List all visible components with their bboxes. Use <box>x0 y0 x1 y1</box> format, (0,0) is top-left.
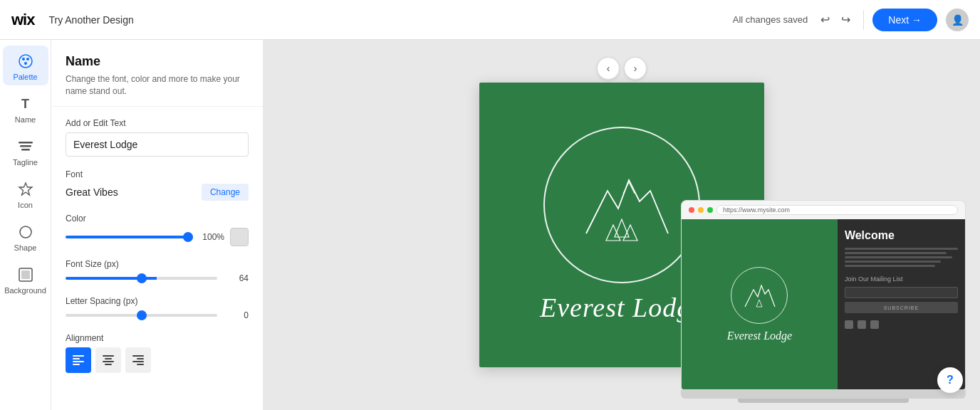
browser-social-email-icon <box>870 320 879 329</box>
panel-header: Name Change the font, color and more to … <box>51 40 263 107</box>
svg-rect-18 <box>105 364 112 365</box>
canvas-navigation: ‹ › <box>597 57 647 80</box>
name-icon: T <box>17 95 34 112</box>
background-icon <box>17 266 34 283</box>
align-right-button[interactable] <box>125 347 151 373</box>
sidebar-label-icon: Icon <box>18 201 33 209</box>
svg-rect-16 <box>105 358 112 359</box>
laptop-stand <box>738 399 909 403</box>
topbar: wix Try Another Design All changes saved… <box>0 0 980 40</box>
svg-rect-15 <box>103 355 114 357</box>
sidebar-item-palette[interactable]: Palette <box>3 46 48 85</box>
svg-rect-12 <box>73 358 80 359</box>
undo-button[interactable]: ↩ <box>816 10 834 29</box>
browser-subscribe-label: SUBSCRIBE <box>884 305 919 310</box>
letter-spacing-slider[interactable] <box>66 314 217 317</box>
font-size-section: Font Size (px) 64 <box>66 259 249 283</box>
sidebar-item-name[interactable]: T Name <box>3 88 48 128</box>
icon-sidebar: Palette T Name Tagline Icon <box>0 40 51 410</box>
browser-line-2 <box>845 252 947 254</box>
svg-rect-20 <box>137 358 144 359</box>
font-size-value: 64 <box>223 273 249 283</box>
sidebar-item-icon[interactable]: Icon <box>3 174 48 214</box>
browser-dot-green <box>707 207 713 213</box>
text-label: Add or Edit Text <box>66 118 249 128</box>
panel-subtitle: Change the font, color and more to make … <box>66 73 249 98</box>
color-slider-row: 100% <box>66 228 249 246</box>
avatar-button[interactable]: 👤 <box>946 9 969 31</box>
logo-name: Everest Lodge <box>540 292 704 323</box>
browser-social-twitter-icon <box>858 320 866 329</box>
browser-chrome: https://www.mysite.com <box>681 200 966 219</box>
text-section: Add or Edit Text <box>66 118 249 157</box>
color-value: 100% <box>199 232 224 242</box>
sidebar-label-shape: Shape <box>14 243 37 252</box>
svg-rect-10 <box>21 270 30 279</box>
panel-body: Add or Edit Text Font Great Vibes Change… <box>51 107 263 410</box>
svg-point-8 <box>20 226 31 238</box>
sidebar-label-background: Background <box>4 286 46 295</box>
font-size-slider[interactable] <box>66 277 217 280</box>
svg-rect-21 <box>132 361 144 362</box>
font-name: Great Vibes <box>66 186 118 198</box>
svg-rect-5 <box>20 145 31 147</box>
color-slider[interactable] <box>66 236 193 238</box>
browser-url: https://www.mysite.com <box>716 205 958 215</box>
browser-welcome: Welcome <box>845 229 958 242</box>
redo-button[interactable]: ↪ <box>837 10 855 29</box>
browser-body: Everest Lodge Welcome Join Our Mailing L… <box>681 219 966 390</box>
browser-left-panel: Everest Lodge <box>682 219 838 389</box>
browser-social-icons <box>845 320 958 329</box>
sidebar-label-palette: Palette <box>13 73 37 81</box>
sidebar-item-tagline[interactable]: Tagline <box>3 131 48 171</box>
mountain-circle <box>543 127 700 283</box>
alignment-label: Alignment <box>66 333 249 343</box>
sidebar-label-name: Name <box>15 115 36 124</box>
letter-spacing-section: Letter Spacing (px) 0 <box>66 296 249 320</box>
palette-icon <box>17 53 34 70</box>
font-section: Font Great Vibes Change <box>66 169 249 201</box>
align-left-button[interactable] <box>66 347 91 373</box>
panel: Name Change the font, color and more to … <box>51 40 264 410</box>
icon-icon <box>17 181 34 198</box>
website-preview: https://www.mysite.com Everest Lodge <box>681 200 966 403</box>
svg-rect-6 <box>21 149 30 151</box>
letter-spacing-slider-row: 0 <box>66 310 249 320</box>
svg-point-2 <box>26 58 29 61</box>
topbar-right: All changes saved ↩ ↪ Next → 👤 <box>733 9 969 31</box>
browser-dot-yellow <box>698 207 704 213</box>
browser-right-panel: Welcome Join Our Mailing List SUBSCRIBE <box>838 219 965 389</box>
shape-icon <box>17 224 34 241</box>
svg-marker-7 <box>19 183 32 195</box>
sidebar-item-background[interactable]: Background <box>3 259 48 299</box>
next-button[interactable]: Next → <box>872 9 937 31</box>
svg-point-0 <box>19 55 32 68</box>
help-button[interactable]: ? <box>937 367 963 393</box>
prev-design-button[interactable]: ‹ <box>597 57 620 80</box>
browser-logo-name: Everest Lodge <box>727 330 792 342</box>
text-input[interactable] <box>66 132 249 157</box>
browser-line-4 <box>845 261 941 263</box>
color-swatch[interactable] <box>230 228 249 246</box>
main-layout: Palette T Name Tagline Icon <box>0 40 980 410</box>
page-title: Try Another Design <box>48 14 724 26</box>
undo-redo-group: ↩ ↪ <box>816 10 855 29</box>
svg-marker-28 <box>756 300 762 307</box>
next-design-button[interactable]: › <box>624 57 647 80</box>
canvas-area: ‹ › <box>264 40 980 410</box>
browser-mailing-label: Join Our Mailing List <box>845 275 958 283</box>
browser-email-input-mock <box>845 287 958 298</box>
tagline-icon <box>17 138 34 155</box>
align-center-button[interactable] <box>95 347 121 373</box>
browser-subscribe-button-mock: SUBSCRIBE <box>845 302 958 313</box>
alignment-section: Alignment <box>66 333 249 373</box>
letter-spacing-value: 0 <box>223 310 249 320</box>
svg-rect-13 <box>73 361 84 362</box>
svg-point-1 <box>22 58 25 61</box>
sidebar-item-shape[interactable]: Shape <box>3 216 48 256</box>
svg-rect-19 <box>132 355 144 357</box>
change-font-button[interactable]: Change <box>202 184 249 201</box>
svg-marker-23 <box>615 219 629 237</box>
font-row: Great Vibes Change <box>66 184 249 201</box>
laptop-base <box>681 390 966 399</box>
